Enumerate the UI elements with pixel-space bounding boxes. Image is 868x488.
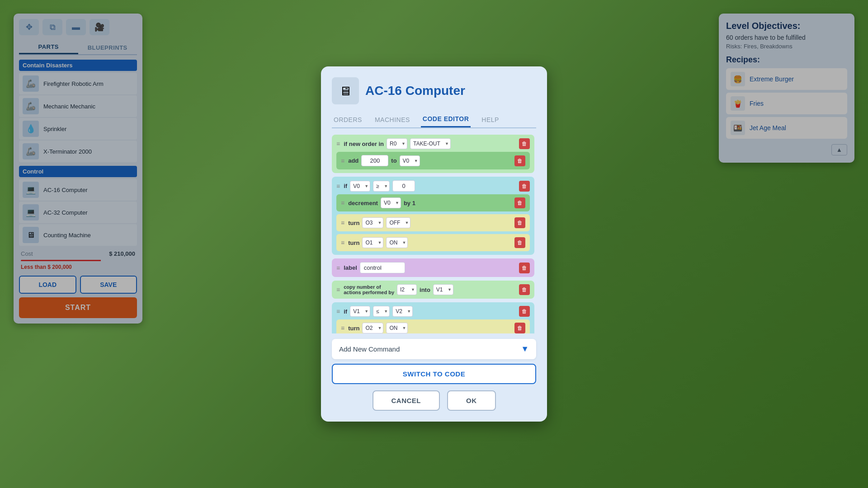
add-value-input[interactable] bbox=[361, 155, 388, 166]
tab-machines[interactable]: MACHINES bbox=[373, 112, 412, 127]
on-select-wrapper-o2: ON bbox=[386, 323, 408, 333]
o3-select[interactable]: O3 bbox=[362, 217, 383, 228]
modal-footer: CANCEL OK bbox=[332, 390, 536, 411]
off-select-wrapper: OFF bbox=[386, 217, 410, 228]
tab-code-editor[interactable]: CODE EDITOR bbox=[421, 112, 471, 127]
drag-handle-v1[interactable]: ≡ bbox=[336, 308, 340, 315]
ok-button[interactable]: OK bbox=[447, 390, 496, 411]
drag-handle-copy[interactable]: ≡ bbox=[336, 286, 340, 293]
o2-select-wrapper: O2 bbox=[362, 323, 383, 333]
drag-handle-o1[interactable]: ≡ bbox=[341, 239, 344, 246]
modal-overlay: 🖥 AC-16 Computer ORDERS MACHINES CODE ED… bbox=[0, 0, 868, 488]
o2-select[interactable]: O2 bbox=[362, 323, 383, 333]
register-select-wrapper-1: R0 bbox=[387, 138, 407, 149]
add-command-label: Add New Command bbox=[339, 345, 400, 353]
drag-handle-2[interactable]: ≡ bbox=[336, 183, 340, 190]
cmd-to-keyword: to bbox=[391, 157, 396, 164]
delete-if-v1[interactable]: 🗑 bbox=[519, 306, 530, 317]
lte-select-wrapper: ≤ bbox=[373, 306, 390, 317]
command-row-1: ≡ if new order in R0 TAKE-OUT 🗑 bbox=[336, 138, 530, 149]
op-select-wrapper-2: ≥ bbox=[373, 181, 390, 192]
v1-select[interactable]: V1 bbox=[433, 284, 453, 295]
modal-device-icon: 🖥 bbox=[332, 77, 359, 104]
register-select-1[interactable]: R0 bbox=[387, 138, 407, 149]
label-block: ≡ label 🗑 bbox=[332, 258, 534, 277]
drag-handle-o2[interactable]: ≡ bbox=[341, 324, 344, 332]
on-select-o1[interactable]: ON bbox=[386, 237, 408, 248]
command-block-1: ≡ if new order in R0 TAKE-OUT 🗑 bbox=[332, 135, 534, 173]
delete-o1[interactable]: 🗑 bbox=[514, 237, 525, 248]
if-v1-row: ≡ if V1 ≤ V2 bbox=[336, 306, 530, 317]
cmd-label-keyword: label bbox=[344, 264, 357, 271]
drag-handle-o3[interactable]: ≡ bbox=[341, 219, 344, 226]
turn-o1-block: ≡ turn O1 ON 🗑 bbox=[336, 234, 530, 251]
delete-label[interactable]: 🗑 bbox=[519, 263, 530, 273]
takeout-select[interactable]: TAKE-OUT bbox=[410, 138, 451, 149]
v1-if-select[interactable]: V1 bbox=[350, 306, 370, 317]
v0-select-2[interactable]: V0 bbox=[350, 181, 370, 192]
command-row-2: ≡ if V0 ≥ 🗑 bbox=[336, 180, 530, 192]
add-command-row[interactable]: Add New Command ▼ bbox=[332, 339, 536, 359]
cmd-by-keyword: by 1 bbox=[404, 200, 415, 206]
cmd-decrement-keyword: decrement bbox=[348, 200, 378, 206]
on-select-o2[interactable]: ON bbox=[386, 323, 408, 333]
delete-inner-button-1[interactable]: 🗑 bbox=[514, 155, 525, 166]
op-select-2[interactable]: ≥ bbox=[373, 181, 390, 192]
cmd-copy-keyword: copy number ofactions performed by bbox=[344, 284, 394, 295]
copy-block: ≡ copy number ofactions performed by I2 … bbox=[332, 281, 534, 299]
v0-decrement-select[interactable]: V0 bbox=[381, 197, 401, 208]
off-select[interactable]: OFF bbox=[386, 217, 410, 228]
delete-o2[interactable]: 🗑 bbox=[514, 323, 525, 333]
delete-button-2[interactable]: 🗑 bbox=[519, 181, 530, 192]
o1-select[interactable]: O1 bbox=[362, 237, 383, 248]
v0-select-wrapper-1: V0 bbox=[400, 155, 420, 166]
turn-o2-row: ≡ turn O2 ON 🗑 bbox=[341, 323, 525, 333]
if-v1-block: ≡ if V1 ≤ V2 bbox=[332, 302, 534, 333]
i2-select[interactable]: I2 bbox=[397, 284, 417, 295]
takeout-select-wrapper: TAKE-OUT bbox=[410, 138, 451, 149]
modal-tabs: ORDERS MACHINES CODE EDITOR HELP bbox=[332, 112, 536, 128]
drag-handle-1[interactable]: ≡ bbox=[336, 140, 340, 147]
delete-o3[interactable]: 🗑 bbox=[514, 217, 525, 228]
cmd-keyword-1: if new order in bbox=[344, 141, 384, 147]
drag-handle-inner-1[interactable]: ≡ bbox=[341, 157, 344, 164]
cmd-turn-keyword-o3: turn bbox=[348, 220, 359, 226]
copy-row: ≡ copy number ofactions performed by I2 … bbox=[336, 284, 530, 295]
modal-title: AC-16 Computer bbox=[365, 84, 465, 98]
i2-select-wrapper: I2 bbox=[397, 284, 417, 295]
o3-select-wrapper: O3 bbox=[362, 217, 383, 228]
on-select-wrapper-o1: ON bbox=[386, 237, 408, 248]
cmd-into-keyword: into bbox=[420, 286, 430, 293]
drag-handle-decrement[interactable]: ≡ bbox=[341, 199, 344, 206]
tab-orders[interactable]: ORDERS bbox=[332, 112, 364, 127]
lte-select[interactable]: ≤ bbox=[373, 306, 390, 317]
turn-o2-block: ≡ turn O2 ON 🗑 bbox=[336, 319, 530, 333]
decrement-row: ≡ decrement V0 by 1 🗑 bbox=[341, 197, 525, 208]
delete-copy[interactable]: 🗑 bbox=[519, 284, 530, 295]
cmd-if-v1-keyword: if bbox=[344, 308, 347, 315]
delete-button-1[interactable]: 🗑 bbox=[519, 138, 530, 149]
delete-decrement[interactable]: 🗑 bbox=[514, 197, 525, 208]
v1-if-select-wrapper: V1 bbox=[350, 306, 370, 317]
label-value-input[interactable] bbox=[360, 262, 405, 273]
v2-select[interactable]: V2 bbox=[392, 306, 413, 317]
v1-select-wrapper: V1 bbox=[433, 284, 453, 295]
cmd-if-keyword-2: if bbox=[344, 183, 347, 189]
compare-value-2[interactable] bbox=[392, 180, 415, 192]
v0-decrement-wrapper: V0 bbox=[381, 197, 401, 208]
command-block-2: ≡ if V0 ≥ 🗑 bbox=[332, 177, 534, 255]
switch-to-code-button[interactable]: SWITCH TO CODE bbox=[332, 364, 536, 384]
turn-o3-block: ≡ turn O3 OFF 🗑 bbox=[336, 214, 530, 231]
v0-select-1[interactable]: V0 bbox=[400, 155, 420, 166]
drag-handle-label[interactable]: ≡ bbox=[336, 264, 340, 272]
command-inner-block-1: ≡ add to V0 🗑 bbox=[336, 152, 530, 169]
tab-help[interactable]: HELP bbox=[480, 112, 501, 127]
cmd-turn-o2-keyword: turn bbox=[348, 325, 359, 332]
turn-o3-row: ≡ turn O3 OFF 🗑 bbox=[341, 217, 525, 228]
cancel-button[interactable]: CANCEL bbox=[373, 390, 440, 411]
label-row: ≡ label 🗑 bbox=[336, 262, 530, 273]
o1-select-wrapper: O1 bbox=[362, 237, 383, 248]
turn-o1-row: ≡ turn O1 ON 🗑 bbox=[341, 237, 525, 248]
cmd-add-keyword: add bbox=[348, 157, 359, 164]
cmd-turn-keyword-o1: turn bbox=[348, 239, 359, 246]
